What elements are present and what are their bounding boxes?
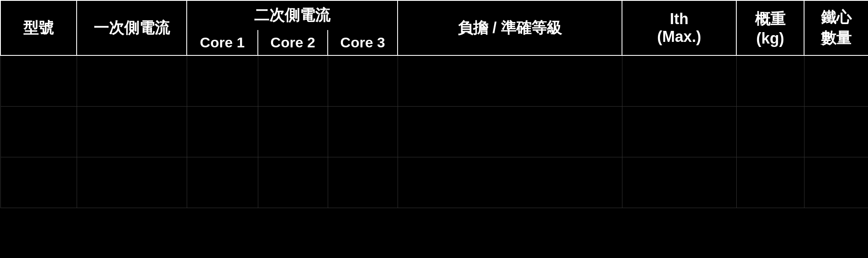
cell-core3 xyxy=(328,106,398,157)
col-header-weight: 概重 (kg) xyxy=(736,0,804,55)
cell-model xyxy=(0,157,77,208)
col-header-primary: 一次側電流 xyxy=(77,0,187,55)
cell-core1 xyxy=(187,157,258,208)
cell-iron xyxy=(804,55,868,106)
main-table: 型號 一次側電流 二次側電流 負擔 / 準確等級 Ith (Max.) 概重 (… xyxy=(0,0,868,208)
cell-ith xyxy=(622,55,736,106)
cell-load xyxy=(398,157,622,208)
col-header-iron: 鐵心 數量 xyxy=(804,0,868,55)
cell-ith xyxy=(622,106,736,157)
header-row-top: 型號 一次側電流 二次側電流 負擔 / 準確等級 Ith (Max.) 概重 (… xyxy=(0,0,868,30)
cell-weight xyxy=(736,106,804,157)
col-header-load: 負擔 / 準確等級 xyxy=(398,0,622,55)
cell-iron xyxy=(804,106,868,157)
cell-core3 xyxy=(328,157,398,208)
cell-iron xyxy=(804,157,868,208)
col-header-core1: Core 1 xyxy=(187,30,258,55)
col-header-model: 型號 xyxy=(0,0,77,55)
cell-core2 xyxy=(258,55,328,106)
col-header-core2: Core 2 xyxy=(258,30,328,55)
table-container: 型號 一次側電流 二次側電流 負擔 / 準確等級 Ith (Max.) 概重 (… xyxy=(0,0,868,258)
col-header-secondary: 二次側電流 xyxy=(187,0,398,30)
col-header-ith: Ith (Max.) xyxy=(622,0,736,55)
table-row xyxy=(0,55,868,106)
col-header-core3: Core 3 xyxy=(328,30,398,55)
cell-core1 xyxy=(187,55,258,106)
cell-core3 xyxy=(328,55,398,106)
cell-load xyxy=(398,55,622,106)
cell-weight xyxy=(736,55,804,106)
table-row xyxy=(0,106,868,157)
table-row xyxy=(0,157,868,208)
cell-primary xyxy=(77,106,187,157)
cell-primary xyxy=(77,157,187,208)
cell-model xyxy=(0,55,77,106)
cell-core2 xyxy=(258,106,328,157)
cell-ith xyxy=(622,157,736,208)
cell-weight xyxy=(736,157,804,208)
cell-model xyxy=(0,106,77,157)
cell-core1 xyxy=(187,106,258,157)
cell-load xyxy=(398,106,622,157)
cell-core2 xyxy=(258,157,328,208)
cell-primary xyxy=(77,55,187,106)
